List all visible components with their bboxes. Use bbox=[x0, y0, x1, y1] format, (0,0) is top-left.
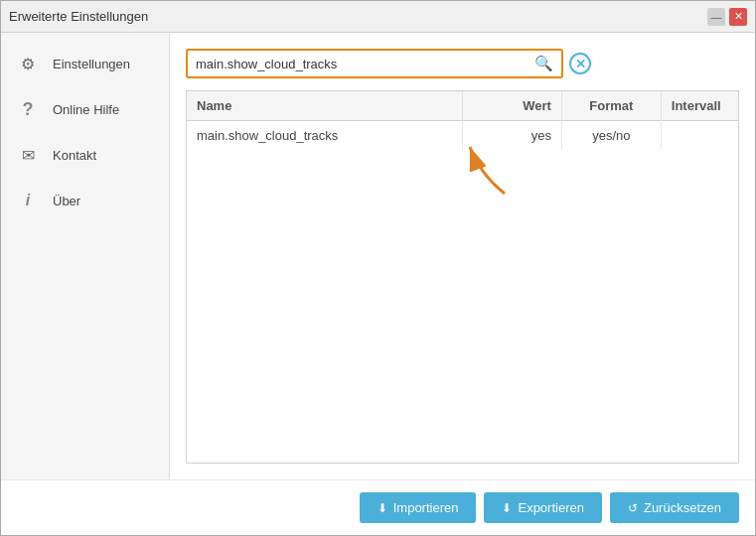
sidebar-label-kontakt: Kontakt bbox=[53, 148, 96, 163]
import-button[interactable]: ⬇ Importieren bbox=[360, 492, 477, 523]
col-header-intervall: Intervall bbox=[661, 91, 738, 121]
reset-icon: ↺ bbox=[628, 501, 638, 515]
sidebar-label-online-hilfe: Online Hilfe bbox=[53, 102, 119, 117]
reset-label: Zurücksetzen bbox=[644, 500, 721, 515]
close-button[interactable]: ✕ bbox=[729, 8, 747, 26]
window-title: Erweiterte Einstellungen bbox=[9, 9, 148, 24]
col-header-name: Name bbox=[187, 91, 463, 121]
main-panel: 🔍 ✕ Name Wert Format Intervall bbox=[170, 33, 755, 479]
window-controls: — ✕ bbox=[707, 8, 747, 26]
sidebar-item-einstellungen[interactable]: ⚙ Einstellungen bbox=[1, 41, 169, 86]
sidebar-item-ueber[interactable]: i Über bbox=[1, 178, 169, 223]
export-button[interactable]: ⬇ Exportieren bbox=[484, 492, 601, 523]
col-header-wert: Wert bbox=[463, 91, 562, 121]
sidebar-item-kontakt[interactable]: ✉ Kontakt bbox=[1, 132, 169, 178]
mail-icon: ✉ bbox=[17, 144, 39, 166]
gear-icon: ⚙ bbox=[17, 53, 39, 74]
minimize-button[interactable]: — bbox=[707, 8, 725, 26]
cell-intervall bbox=[661, 121, 738, 151]
search-input-wrapper: 🔍 bbox=[186, 49, 563, 78]
export-icon: ⬇ bbox=[502, 501, 512, 515]
import-icon: ⬇ bbox=[378, 501, 387, 515]
sidebar: ⚙ Einstellungen ? Online Hilfe ✉ Kontakt… bbox=[1, 33, 170, 479]
reset-button[interactable]: ↺ Zurücksetzen bbox=[610, 492, 739, 523]
content-area: ⚙ Einstellungen ? Online Hilfe ✉ Kontakt… bbox=[1, 33, 755, 479]
export-label: Exportieren bbox=[518, 500, 583, 515]
annotation-arrow bbox=[425, 119, 525, 199]
search-input[interactable] bbox=[196, 57, 529, 71]
clear-button[interactable]: ✕ bbox=[569, 53, 591, 74]
search-icon: 🔍 bbox=[534, 55, 553, 72]
search-bar: 🔍 ✕ bbox=[186, 49, 739, 78]
help-icon: ? bbox=[17, 98, 39, 120]
cell-format: yes/no bbox=[561, 121, 661, 151]
info-icon: i bbox=[17, 190, 39, 211]
table-container: Name Wert Format Intervall main.show_clo… bbox=[186, 90, 739, 464]
col-header-format: Format bbox=[561, 91, 661, 121]
import-label: Importieren bbox=[393, 500, 459, 515]
table-header-row: Name Wert Format Intervall bbox=[187, 91, 738, 121]
cell-name: main.show_cloud_tracks bbox=[187, 121, 463, 151]
footer: ⬇ Importieren ⬇ Exportieren ↺ Zurücksetz… bbox=[1, 479, 755, 535]
main-window: Erweiterte Einstellungen — ✕ ⚙ Einstellu… bbox=[0, 0, 756, 536]
sidebar-label-ueber: Über bbox=[53, 194, 80, 208]
sidebar-item-online-hilfe[interactable]: ? Online Hilfe bbox=[1, 86, 169, 132]
titlebar: Erweiterte Einstellungen — ✕ bbox=[1, 1, 755, 33]
sidebar-label-einstellungen: Einstellungen bbox=[53, 57, 130, 71]
